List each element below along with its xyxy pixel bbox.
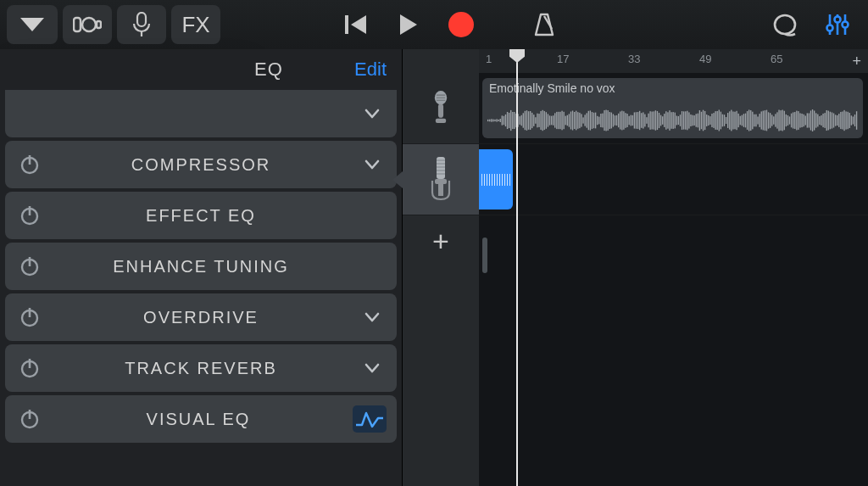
svg-rect-69 <box>549 115 550 125</box>
svg-rect-105 <box>613 114 614 126</box>
svg-point-1 <box>82 18 96 31</box>
track-lane[interactable] <box>479 144 868 215</box>
svg-rect-82 <box>572 110 573 130</box>
svg-rect-204 <box>787 115 788 126</box>
rewind-icon <box>344 14 368 36</box>
svg-rect-122 <box>643 112 643 128</box>
plus-icon: + <box>432 225 449 258</box>
metronome-button[interactable] <box>520 5 568 44</box>
power-icon[interactable] <box>15 405 44 433</box>
svg-rect-130 <box>657 111 658 130</box>
chevron-down-icon[interactable] <box>358 99 387 128</box>
plugin-row-overdrive[interactable]: OVERDRIVE <box>5 293 397 341</box>
svg-rect-172 <box>731 110 732 131</box>
arrangement-marker[interactable] <box>482 237 487 273</box>
svg-rect-111 <box>623 111 624 130</box>
svg-rect-129 <box>655 110 656 131</box>
svg-rect-88 <box>582 117 583 123</box>
plugin-row-visual-eq[interactable]: VISUAL EQ <box>5 395 397 443</box>
audio-region[interactable]: Emotinally Smile no vox <box>482 78 863 138</box>
record-button[interactable] <box>437 5 485 44</box>
svg-rect-78 <box>565 116 566 126</box>
svg-rect-107 <box>616 115 617 126</box>
chevron-down-icon[interactable] <box>358 303 387 332</box>
svg-rect-230 <box>833 113 834 127</box>
rewind-button[interactable] <box>332 5 380 44</box>
timeline[interactable]: + 117334965 Emotinally Smile no vox <box>479 49 868 486</box>
svg-rect-85 <box>577 112 578 129</box>
track-header[interactable] <box>403 144 479 215</box>
plugin-panel-title: EQ <box>254 59 283 81</box>
svg-rect-5 <box>345 15 348 34</box>
svg-rect-93 <box>592 112 593 129</box>
region-name: Emotinally Smile no vox <box>489 81 856 95</box>
svg-rect-63 <box>538 114 539 127</box>
track-view-button[interactable] <box>63 5 112 44</box>
power-icon[interactable] <box>15 354 44 383</box>
add-track-button[interactable]: + <box>403 215 479 266</box>
svg-rect-221 <box>817 115 818 127</box>
playhead[interactable] <box>516 49 518 486</box>
svg-rect-91 <box>588 111 589 130</box>
svg-rect-47 <box>510 110 511 131</box>
svg-rect-154 <box>699 110 700 131</box>
plugin-row-top[interactable] <box>5 90 397 137</box>
svg-rect-135 <box>665 111 666 130</box>
fx-button[interactable]: FX <box>171 5 220 44</box>
svg-rect-102 <box>608 110 609 131</box>
svg-rect-100 <box>604 110 604 131</box>
svg-rect-114 <box>628 116 629 125</box>
track-header[interactable] <box>403 73 479 144</box>
view-menu-button[interactable] <box>7 5 58 44</box>
track-lane[interactable]: Emotinally Smile no vox <box>479 73 868 144</box>
power-icon[interactable] <box>15 150 44 179</box>
svg-rect-184 <box>752 112 753 130</box>
svg-rect-229 <box>832 112 832 128</box>
svg-rect-74 <box>558 112 559 129</box>
power-icon[interactable] <box>15 303 44 332</box>
svg-rect-225 <box>824 113 825 128</box>
power-icon[interactable] <box>15 252 44 281</box>
microphone-button[interactable] <box>117 5 166 44</box>
svg-rect-166 <box>721 112 721 130</box>
svg-rect-41 <box>500 119 501 122</box>
svg-rect-83 <box>574 112 575 129</box>
play-button[interactable] <box>385 5 432 44</box>
condenser-mic-icon <box>429 155 453 204</box>
svg-rect-207 <box>793 112 793 128</box>
recording-region[interactable] <box>479 149 513 209</box>
plugin-row-track-reverb[interactable]: TRACK REVERB <box>5 344 397 392</box>
chevron-down-icon[interactable] <box>358 150 387 179</box>
svg-rect-175 <box>736 111 737 130</box>
svg-rect-144 <box>682 111 682 130</box>
svg-rect-108 <box>618 114 619 127</box>
svg-rect-81 <box>570 112 571 130</box>
svg-rect-232 <box>837 115 837 126</box>
mixer-button[interactable] <box>814 5 861 44</box>
svg-rect-150 <box>692 115 693 126</box>
svg-rect-146 <box>685 111 686 129</box>
plugin-row-compressor[interactable]: COMPRESSOR <box>5 141 397 188</box>
add-section-button[interactable]: + <box>852 53 861 70</box>
plugin-label: OVERDRIVE <box>47 308 354 327</box>
svg-rect-238 <box>848 112 849 129</box>
plugin-row-enhance-tuning[interactable]: ENHANCE TUNING <box>5 243 397 290</box>
svg-rect-216 <box>809 113 810 127</box>
bar-ruler[interactable]: + 117334965 <box>479 49 868 73</box>
svg-rect-212 <box>801 114 802 127</box>
svg-rect-226 <box>826 110 827 131</box>
svg-rect-109 <box>620 111 620 129</box>
power-icon[interactable] <box>15 201 44 230</box>
svg-rect-218 <box>812 109 813 131</box>
plugin-row-effect-eq[interactable]: EFFECT EQ <box>5 192 397 239</box>
svg-rect-128 <box>654 111 654 129</box>
loop-browser-button[interactable] <box>761 5 809 44</box>
svg-rect-202 <box>784 111 785 131</box>
svg-rect-121 <box>641 113 642 128</box>
svg-rect-43 <box>504 116 504 125</box>
svg-rect-176 <box>737 114 738 127</box>
chevron-down-icon[interactable] <box>358 354 387 383</box>
visual-eq-thumb[interactable] <box>353 405 387 433</box>
svg-rect-240 <box>851 115 852 125</box>
plugin-edit-button[interactable]: Edit <box>354 59 387 81</box>
